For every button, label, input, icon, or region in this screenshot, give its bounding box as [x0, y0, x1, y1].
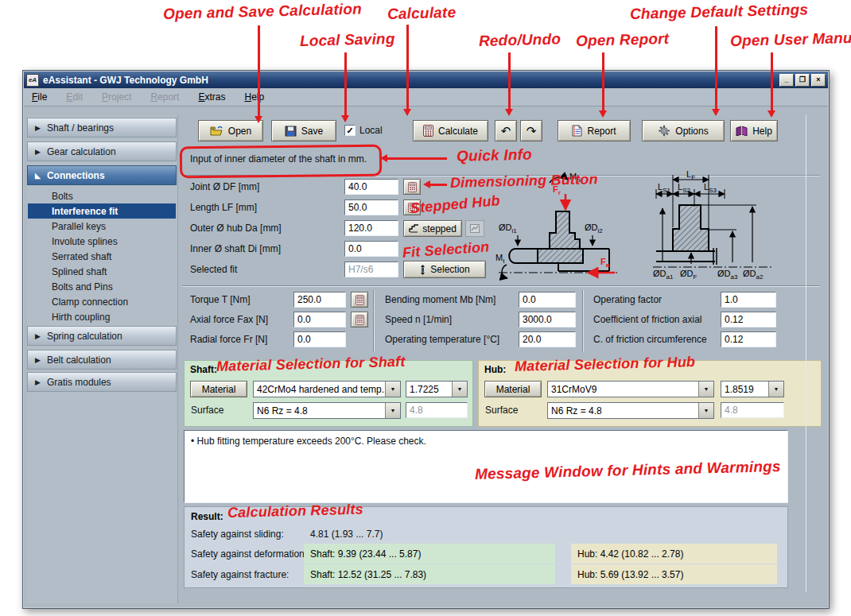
hub-material-button-label: Material	[496, 384, 530, 395]
length-lf-field[interactable]	[344, 200, 398, 215]
sidebar-item-bolts-and-pins[interactable]: Bolts and Pins	[28, 279, 176, 294]
joint-df-field[interactable]	[344, 179, 398, 195]
sidebar-item-clamp-connection[interactable]: Clamp connection	[28, 294, 176, 309]
chevron-down-icon[interactable]: ▼	[452, 382, 467, 397]
menu-file[interactable]: File	[32, 91, 47, 103]
sidebar-item-bolts[interactable]: Bolts	[28, 188, 176, 203]
friction-circumference-label: C. of friction circumference	[593, 334, 707, 345]
menu-bar: File Edit Project Report Extras Help	[24, 88, 828, 107]
hub-roughness-field[interactable]	[721, 402, 784, 418]
deformation-hub-cell: Hub: 4.42 (10.82 ... 2.78)	[571, 544, 777, 564]
sidebar-item-label: Connections	[47, 170, 105, 181]
annotation-arrow-quick-info	[383, 157, 447, 160]
annotation-arrow-options	[715, 26, 717, 114]
friction-axial-field[interactable]	[721, 312, 776, 327]
stepped-hub-button[interactable]: stepped	[403, 220, 462, 237]
menu-report[interactable]: Report	[150, 91, 179, 103]
chevron-down-icon[interactable]: ▼	[768, 382, 783, 397]
outer-da-label: Outer Ø hub Da [mm]	[190, 223, 282, 234]
shaft-material-number-value: 1.7225	[406, 383, 452, 396]
shaft-material-number-combo[interactable]: 1.7225 ▼	[406, 381, 468, 397]
sidebar-item-interference-fit[interactable]: Interference fit	[28, 203, 176, 219]
sliding-safety-label: Safety against sliding:	[191, 529, 284, 540]
close-button[interactable]: ×	[811, 74, 826, 87]
separator	[182, 285, 820, 287]
deformation-hub-value: Hub: 4.42 (10.82 ... 2.78)	[577, 548, 683, 560]
hub-material-button[interactable]: Material	[484, 381, 542, 397]
speed-field[interactable]	[519, 312, 576, 327]
sidebar-item-gratis-modules[interactable]: ▶ Gratis modules	[27, 372, 177, 392]
outer-da-field[interactable]	[344, 220, 398, 236]
sidebar-item-splined-shaft[interactable]: Splined shaft	[28, 264, 176, 279]
hub-material-number-combo[interactable]: 1.8519 ▼	[721, 381, 784, 397]
axial-force-field[interactable]	[293, 312, 346, 327]
chevron-right-icon: ▶	[35, 356, 41, 364]
hub-material-number-value: 1.8519	[721, 383, 768, 396]
chevron-down-icon[interactable]: ▼	[385, 382, 400, 397]
torque-field[interactable]	[293, 292, 346, 308]
chevron-down-icon[interactable]: ▼	[698, 382, 713, 397]
calculate-button-label: Calculate	[438, 126, 478, 137]
sidebar-item-parallel-keys[interactable]: Parallel keys	[28, 219, 176, 234]
sidebar-item-involute-splines[interactable]: Involute splines	[28, 234, 176, 249]
sidebar-item-spring-calculation[interactable]: ▶ Spring calculation	[27, 326, 177, 346]
axial-force-dimensioning-button[interactable]	[351, 312, 368, 327]
sidebar-item-hirth-coupling[interactable]: Hirth coupling	[28, 309, 176, 324]
open-button[interactable]: Open	[198, 120, 263, 141]
fracture-shaft-value: Shaft: 12.52 (31.25 ... 7.83)	[310, 569, 426, 580]
fracture-hub-cell: Hub: 5.69 (13.92 ... 3.57)	[571, 564, 777, 584]
menu-extras[interactable]: Extras	[198, 91, 225, 103]
options-button[interactable]: Options	[642, 120, 725, 141]
list-item-label: Bolts	[52, 191, 73, 202]
menu-help[interactable]: Help	[244, 91, 264, 103]
sidebar-item-shaft-bearings[interactable]: ▶ Shaft / bearings	[27, 118, 177, 138]
calculate-button[interactable]: Calculate	[413, 120, 488, 141]
local-checkbox[interactable]: ✓	[344, 125, 356, 136]
torque-dimensioning-button[interactable]	[351, 292, 368, 308]
menu-project[interactable]: Project	[102, 91, 131, 103]
report-button[interactable]: Report	[558, 120, 631, 141]
app-icon: eA	[26, 74, 39, 87]
help-book-icon	[736, 126, 748, 136]
chart-icon	[470, 224, 480, 233]
shaft-material-button[interactable]: Material	[190, 381, 247, 397]
diameter-da1-label: ØDa1	[653, 269, 673, 281]
fit-selection-button[interactable]: Selection	[403, 261, 486, 278]
maximize-button[interactable]: ❐	[795, 74, 810, 87]
stepped-chart-button[interactable]	[465, 220, 484, 237]
joint-df-dimensioning-button[interactable]	[403, 179, 421, 195]
sidebar-item-connections[interactable]: ◣ Connections	[27, 165, 177, 185]
shaft-roughness-field[interactable]	[406, 402, 468, 418]
chevron-down-icon[interactable]: ▼	[698, 403, 713, 418]
menu-edit[interactable]: Edit	[66, 91, 83, 103]
minimize-button[interactable]: _	[779, 74, 794, 87]
friction-circumference-field[interactable]	[721, 331, 776, 347]
bending-moment-field[interactable]	[519, 292, 576, 308]
save-button[interactable]: Save	[271, 120, 336, 141]
sidebar-item-serrated-shaft[interactable]: Serrated shaft	[28, 249, 176, 264]
shaft-surface-combo[interactable]: N6 Rz = 4.8 ▼	[253, 402, 401, 419]
redo-button[interactable]: ↷	[520, 120, 542, 141]
calculator-icon	[356, 315, 364, 325]
hub-material-combo[interactable]: 31CrMoV9 ▼	[547, 381, 714, 397]
sidebar-item-gear-calculation[interactable]: ▶ Gear calculation	[27, 141, 177, 161]
selection-button-label: Selection	[430, 264, 469, 275]
radial-force-field[interactable]	[293, 331, 346, 347]
title-bar[interactable]: eA eAssistant - GWJ Technology GmbH _ ❐ …	[24, 72, 828, 88]
inner-di-field[interactable]	[344, 241, 398, 257]
help-button[interactable]: Help	[730, 120, 778, 141]
window-inner-edge	[806, 115, 806, 592]
operating-temperature-field[interactable]	[519, 331, 576, 347]
local-checkbox-group: ✓ Local	[344, 123, 411, 138]
shaft-material-combo[interactable]: 42CrMo4 hardened and temp... ▼	[253, 381, 401, 397]
save-floppy-icon	[285, 126, 297, 137]
list-item-label: Hirth coupling	[52, 312, 110, 323]
hub-surface-combo[interactable]: N6 Rz = 4.8 ▼	[547, 402, 714, 419]
selected-fit-field[interactable]	[344, 262, 398, 277]
sidebar-item-belt-calculation[interactable]: ▶ Belt calculation	[27, 350, 177, 370]
diameter-df-label: ØDF	[680, 269, 697, 281]
undo-button[interactable]: ↶	[495, 120, 517, 141]
chevron-down-icon[interactable]: ▼	[385, 403, 400, 418]
operating-factor-field[interactable]	[721, 292, 776, 308]
deformation-safety-label: Safety against deformation:	[191, 548, 307, 560]
